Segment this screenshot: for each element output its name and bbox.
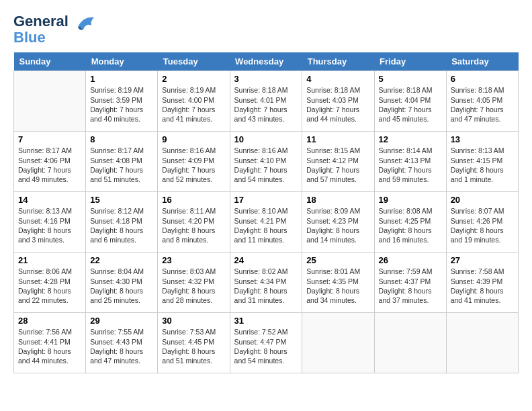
calendar-cell: 27Sunrise: 7:58 AMSunset: 4:39 PMDayligh…	[446, 253, 518, 313]
sunset-text: Sunset: 4:06 PM	[18, 156, 81, 165]
daylight-text: Daylight: 8 hours and 44 minutes.	[18, 347, 81, 365]
sunset-text: Sunset: 4:20 PM	[162, 216, 225, 226]
sunrise-text: Sunrise: 8:06 AM	[18, 267, 81, 276]
daylight-text: Daylight: 8 hours and 31 minutes.	[234, 286, 298, 305]
calendar-cell: 9Sunrise: 8:16 AMSunset: 4:09 PMDaylight…	[158, 132, 230, 192]
calendar-cell: 8Sunrise: 8:17 AMSunset: 4:08 PMDaylight…	[86, 132, 158, 192]
calendar-cell	[446, 313, 518, 373]
date-number: 18	[306, 195, 369, 205]
week-row-3: 14Sunrise: 8:13 AMSunset: 4:16 PMDayligh…	[14, 192, 519, 253]
day-header-row: SundayMondayTuesdayWednesdayThursdayFrid…	[14, 52, 519, 71]
calendar-cell: 30Sunrise: 7:53 AMSunset: 4:45 PMDayligh…	[158, 313, 230, 373]
sunrise-text: Sunrise: 8:19 AM	[90, 85, 153, 95]
date-number: 27	[451, 255, 514, 265]
date-number: 25	[306, 255, 369, 265]
date-number: 30	[162, 316, 225, 326]
calendar-cell: 16Sunrise: 8:11 AMSunset: 4:20 PMDayligh…	[158, 192, 230, 253]
sunset-text: Sunset: 4:37 PM	[379, 277, 442, 286]
date-number: 24	[234, 255, 298, 265]
calendar-cell: 19Sunrise: 8:08 AMSunset: 4:25 PMDayligh…	[374, 192, 446, 253]
daylight-text: Daylight: 7 hours and 47 minutes.	[451, 105, 514, 124]
daylight-text: Daylight: 8 hours and 47 minutes.	[90, 347, 153, 365]
calendar-cell: 29Sunrise: 7:55 AMSunset: 4:43 PMDayligh…	[86, 313, 158, 373]
sunset-text: Sunset: 3:59 PM	[90, 95, 153, 105]
calendar-cell: 5Sunrise: 8:18 AMSunset: 4:04 PMDaylight…	[374, 71, 446, 132]
sunrise-text: Sunrise: 7:55 AM	[90, 327, 153, 336]
date-number: 5	[379, 74, 442, 84]
daylight-text: Daylight: 8 hours and 22 minutes.	[18, 286, 81, 305]
sunrise-text: Sunrise: 8:08 AM	[379, 206, 442, 216]
calendar-cell: 6Sunrise: 8:18 AMSunset: 4:05 PMDaylight…	[446, 71, 518, 132]
logo-blue: Blue	[13, 30, 69, 46]
sunrise-text: Sunrise: 8:15 AM	[306, 146, 369, 155]
sunset-text: Sunset: 4:13 PM	[379, 156, 442, 165]
daylight-text: Daylight: 8 hours and 25 minutes.	[90, 286, 153, 305]
logo-general: General	[13, 13, 69, 30]
calendar-cell	[302, 313, 374, 373]
calendar-cell: 11Sunrise: 8:15 AMSunset: 4:12 PMDayligh…	[302, 132, 374, 192]
calendar-cell: 4Sunrise: 8:18 AMSunset: 4:03 PMDaylight…	[302, 71, 374, 132]
date-number: 29	[90, 316, 153, 326]
sunrise-text: Sunrise: 8:18 AM	[451, 85, 514, 95]
daylight-text: Daylight: 8 hours and 19 minutes.	[451, 226, 514, 244]
daylight-text: Daylight: 7 hours and 59 minutes.	[379, 165, 442, 184]
daylight-text: Daylight: 7 hours and 43 minutes.	[234, 105, 298, 124]
sunrise-text: Sunrise: 8:16 AM	[162, 146, 225, 155]
date-number: 19	[379, 195, 442, 205]
week-row-4: 21Sunrise: 8:06 AMSunset: 4:28 PMDayligh…	[14, 253, 519, 313]
date-number: 2	[162, 74, 225, 84]
daylight-text: Daylight: 8 hours and 41 minutes.	[451, 286, 514, 305]
calendar-cell: 15Sunrise: 8:12 AMSunset: 4:18 PMDayligh…	[86, 192, 158, 253]
date-number: 9	[162, 134, 225, 144]
calendar-cell: 14Sunrise: 8:13 AMSunset: 4:16 PMDayligh…	[14, 192, 86, 253]
sunset-text: Sunset: 4:43 PM	[90, 337, 153, 347]
logo-bird-icon	[71, 12, 97, 40]
daylight-text: Daylight: 7 hours and 52 minutes.	[162, 165, 225, 184]
sunrise-text: Sunrise: 7:52 AM	[234, 327, 298, 336]
calendar-cell: 22Sunrise: 8:04 AMSunset: 4:30 PMDayligh…	[86, 253, 158, 313]
date-number: 26	[379, 255, 442, 265]
sunset-text: Sunset: 4:26 PM	[451, 216, 514, 226]
date-number: 20	[451, 195, 514, 205]
date-number: 7	[18, 134, 81, 144]
sunset-text: Sunset: 4:45 PM	[162, 337, 225, 347]
daylight-text: Daylight: 7 hours and 49 minutes.	[18, 165, 81, 184]
daylight-text: Daylight: 8 hours and 28 minutes.	[162, 286, 225, 305]
sunrise-text: Sunrise: 8:07 AM	[451, 206, 514, 216]
day-header-tuesday: Tuesday	[158, 52, 230, 71]
sunrise-text: Sunrise: 8:04 AM	[90, 267, 153, 276]
sunrise-text: Sunrise: 8:12 AM	[90, 206, 153, 216]
date-number: 6	[451, 74, 514, 84]
daylight-text: Daylight: 8 hours and 37 minutes.	[379, 286, 442, 305]
date-number: 14	[18, 195, 81, 205]
date-number: 31	[234, 316, 298, 326]
page-header: General Blue	[13, 13, 519, 46]
calendar-cell: 28Sunrise: 7:56 AMSunset: 4:41 PMDayligh…	[14, 313, 86, 373]
sunset-text: Sunset: 4:35 PM	[306, 277, 369, 286]
calendar-cell: 21Sunrise: 8:06 AMSunset: 4:28 PMDayligh…	[14, 253, 86, 313]
sunrise-text: Sunrise: 8:13 AM	[18, 206, 81, 216]
daylight-text: Daylight: 8 hours and 3 minutes.	[18, 226, 81, 244]
date-number: 10	[234, 134, 298, 144]
date-number: 12	[379, 134, 442, 144]
day-header-friday: Friday	[374, 52, 446, 71]
calendar-cell: 18Sunrise: 8:09 AMSunset: 4:23 PMDayligh…	[302, 192, 374, 253]
sunset-text: Sunset: 4:18 PM	[90, 216, 153, 226]
sunset-text: Sunset: 4:01 PM	[234, 95, 298, 105]
sunset-text: Sunset: 4:23 PM	[306, 216, 369, 226]
daylight-text: Daylight: 7 hours and 41 minutes.	[162, 105, 225, 124]
sunset-text: Sunset: 4:47 PM	[234, 337, 298, 347]
date-number: 11	[306, 134, 369, 144]
sunset-text: Sunset: 4:03 PM	[306, 95, 369, 105]
date-number: 8	[90, 134, 153, 144]
sunrise-text: Sunrise: 8:16 AM	[234, 146, 298, 155]
calendar-cell: 31Sunrise: 7:52 AMSunset: 4:47 PMDayligh…	[230, 313, 302, 373]
sunrise-text: Sunrise: 8:18 AM	[234, 85, 298, 95]
sunset-text: Sunset: 4:30 PM	[90, 277, 153, 286]
daylight-text: Daylight: 7 hours and 54 minutes.	[234, 165, 298, 184]
calendar-cell: 13Sunrise: 8:13 AMSunset: 4:15 PMDayligh…	[446, 132, 518, 192]
sunset-text: Sunset: 4:21 PM	[234, 216, 298, 226]
sunrise-text: Sunrise: 8:10 AM	[234, 206, 298, 216]
calendar-cell: 2Sunrise: 8:19 AMSunset: 4:00 PMDaylight…	[158, 71, 230, 132]
day-header-thursday: Thursday	[302, 52, 374, 71]
